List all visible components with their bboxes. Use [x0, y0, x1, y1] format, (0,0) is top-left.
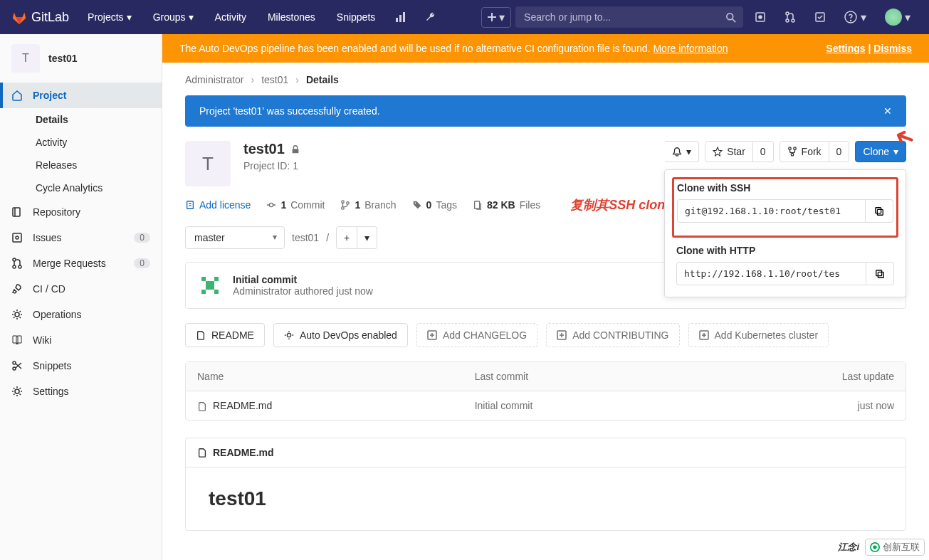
sidebar-sub-cycle[interactable]: Cycle Analytics: [0, 176, 162, 199]
sidebar-item-snippets[interactable]: Snippets: [0, 353, 162, 379]
notification-button[interactable]: ▾: [665, 141, 699, 162]
sidebar-item-merge[interactable]: Merge Requests0: [0, 250, 162, 276]
banner-text: The Auto DevOps pipeline has been enable…: [179, 43, 728, 54]
svg-point-21: [15, 389, 19, 393]
merge-icon: [11, 258, 23, 269]
doc-icon: [196, 330, 206, 340]
sidebar-item-project[interactable]: Project: [0, 83, 162, 108]
license-icon: [185, 200, 195, 210]
star-button[interactable]: Star: [705, 141, 753, 162]
user-menu[interactable]: ▾: [878, 9, 918, 26]
table-row[interactable]: README.md Initial commit just now: [186, 391, 906, 420]
file-update: just now: [858, 400, 894, 411]
plus-box-icon: [699, 330, 709, 340]
project-avatar-large: T: [185, 141, 231, 186]
autodevops-chip[interactable]: Auto DevOps enabled: [273, 323, 408, 347]
sidebar-sub-releases[interactable]: Releases: [0, 154, 162, 176]
svg-rect-26: [877, 210, 883, 216]
main-area: The Auto DevOps pipeline has been enable…: [162, 34, 929, 559]
search-input[interactable]: [515, 6, 743, 28]
autodevops-banner: The Auto DevOps pipeline has been enable…: [162, 34, 929, 63]
star-icon: [713, 147, 723, 157]
nav-activity[interactable]: Activity: [206, 6, 255, 28]
copy-ssh-button[interactable]: [866, 199, 893, 223]
tags-stat[interactable]: 0 Tags: [412, 196, 457, 213]
chart-icon[interactable]: [388, 11, 414, 23]
merge-requests-icon[interactable]: [777, 11, 803, 23]
help-menu[interactable]: ▾: [837, 11, 873, 24]
sidebar-sub-activity[interactable]: Activity: [0, 131, 162, 154]
readme-filename: README.md: [213, 447, 274, 458]
sidebar-item-operations[interactable]: Operations: [0, 302, 162, 327]
file-commit[interactable]: Initial commit: [475, 400, 533, 411]
issues-icon[interactable]: [747, 11, 773, 23]
svg-point-8: [792, 19, 794, 22]
doc-icon: [197, 401, 207, 411]
file-name[interactable]: README.md: [213, 400, 272, 411]
branch-selector[interactable]: master: [185, 226, 285, 249]
commit-title[interactable]: Initial commit: [233, 274, 373, 285]
branches-stat[interactable]: 1 Branch: [340, 196, 396, 213]
crumb-admin[interactable]: Administrator: [185, 74, 243, 85]
wrench-icon[interactable]: [418, 11, 443, 23]
sidebar-item-wiki[interactable]: Wiki: [0, 327, 162, 353]
add-contributing-chip[interactable]: Add CONTRIBUTING: [546, 323, 679, 347]
crumb-project[interactable]: test01: [261, 74, 288, 85]
sidebar-item-cicd[interactable]: CI / CD: [0, 276, 162, 302]
todos-icon[interactable]: [807, 11, 833, 23]
sidebar-item-settings[interactable]: Settings: [0, 379, 162, 404]
svg-point-3: [727, 14, 733, 20]
new-menu[interactable]: ▾: [481, 7, 511, 28]
copy-http-button[interactable]: [866, 262, 894, 285]
clone-http-input[interactable]: [676, 262, 866, 285]
svg-rect-40: [206, 281, 214, 290]
sidebar-sub-details[interactable]: Details: [0, 108, 162, 131]
nav-snippets[interactable]: Snippets: [328, 6, 384, 28]
plus-box-icon: [557, 330, 567, 340]
nav-groups[interactable]: Groups ▾: [145, 6, 202, 28]
svg-point-25: [791, 154, 794, 157]
fork-icon: [787, 147, 797, 157]
readme-chip[interactable]: README: [185, 323, 265, 347]
sidebar-item-repository[interactable]: Repository: [0, 199, 162, 225]
alert-close-button[interactable]: ✕: [883, 105, 892, 117]
project-avatar-small: T: [11, 44, 40, 73]
add-file-button[interactable]: +: [336, 226, 357, 249]
plus-box-icon: [427, 330, 437, 340]
star-count[interactable]: 0: [753, 141, 774, 162]
fork-button[interactable]: Fork: [780, 141, 829, 162]
gear-icon: [11, 309, 23, 320]
clone-ssh-input[interactable]: [677, 199, 866, 223]
clone-ssh-title: Clone with SSH: [677, 182, 893, 194]
banner-settings-link[interactable]: Settings: [826, 43, 865, 54]
banner-more-link[interactable]: More information: [653, 43, 728, 54]
sidebar-item-issues[interactable]: Issues0: [0, 225, 162, 250]
watermark: 江念i 创新互联: [838, 539, 925, 556]
add-file-dropdown[interactable]: ▾: [357, 226, 377, 249]
svg-rect-0: [396, 18, 398, 22]
banner-dismiss-link[interactable]: Dismiss: [873, 43, 912, 54]
files-stat[interactable]: 82 KB Files: [473, 196, 540, 213]
add-changelog-chip[interactable]: Add CHANGELOG: [416, 323, 537, 347]
commits-stat[interactable]: 1 Commit: [266, 196, 325, 213]
gitlab-logo[interactable]: GitLab: [11, 9, 69, 25]
add-license-link[interactable]: Add license: [185, 196, 251, 213]
fork-count[interactable]: 0: [829, 141, 850, 162]
search-icon[interactable]: [726, 11, 736, 23]
col-update: Last update: [693, 362, 906, 391]
page-title: test01: [243, 141, 285, 157]
book-icon: [11, 334, 23, 346]
commit-author[interactable]: Administrator: [233, 285, 291, 297]
top-navbar: GitLab Projects ▾ Groups ▾ Activity Mile…: [0, 0, 929, 34]
sidebar-project-header[interactable]: T test01: [0, 34, 162, 83]
tag-icon: [412, 200, 422, 210]
breadcrumb: Administrator› test01› Details: [185, 74, 906, 85]
svg-point-35: [414, 203, 416, 204]
identicon-avatar: [197, 273, 223, 298]
commit-time: authored just now: [294, 285, 373, 297]
add-k8s-chip[interactable]: Add Kubernetes cluster: [688, 323, 829, 347]
brand-text: GitLab: [31, 10, 69, 25]
nav-projects[interactable]: Projects ▾: [79, 6, 140, 28]
nav-milestones[interactable]: Milestones: [259, 6, 324, 28]
path-segment[interactable]: test01: [292, 232, 319, 243]
